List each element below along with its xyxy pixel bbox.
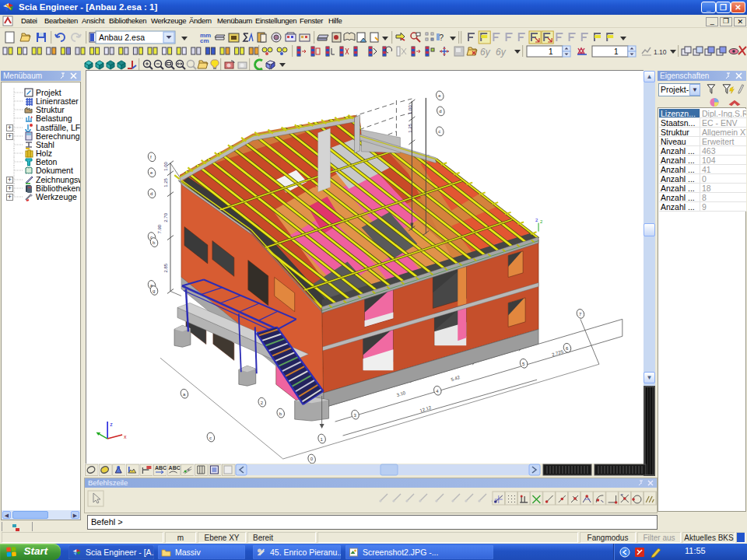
svg-text:x: x: [124, 434, 127, 439]
svg-text:1: 1: [614, 47, 619, 56]
svg-text:1.10: 1.10: [654, 48, 667, 56]
svg-text:c: c: [209, 436, 212, 440]
svg-text:z: z: [110, 422, 113, 427]
svg-text:3.10: 3.10: [396, 390, 407, 397]
svg-text:c: c: [438, 129, 440, 134]
svg-text:2.725: 2.725: [552, 349, 565, 357]
svg-text:2.85: 2.85: [163, 263, 168, 272]
svg-text:d: d: [150, 191, 153, 196]
svg-text:ABC: ABC: [169, 465, 181, 471]
svg-text:6y: 6y: [480, 47, 491, 58]
svg-text:1.00: 1.00: [163, 161, 168, 170]
svg-text:2.70: 2.70: [163, 212, 168, 222]
svg-text:d: d: [439, 109, 441, 114]
svg-text:1: 1: [549, 47, 553, 56]
svg-text:cm: cm: [200, 37, 209, 44]
svg-text:Anbau 2.esa: Anbau 2.esa: [99, 33, 145, 42]
svg-text:2: 2: [535, 218, 538, 222]
svg-text:2: 2: [540, 219, 543, 224]
svg-text:g: g: [153, 289, 155, 293]
svg-text:1.25: 1.25: [163, 177, 168, 187]
svg-text:5.42: 5.42: [451, 375, 461, 382]
svg-text:ABC: ABC: [155, 465, 167, 471]
svg-text:7.90: 7.90: [157, 224, 162, 233]
svg-text:6y: 6y: [496, 47, 507, 58]
